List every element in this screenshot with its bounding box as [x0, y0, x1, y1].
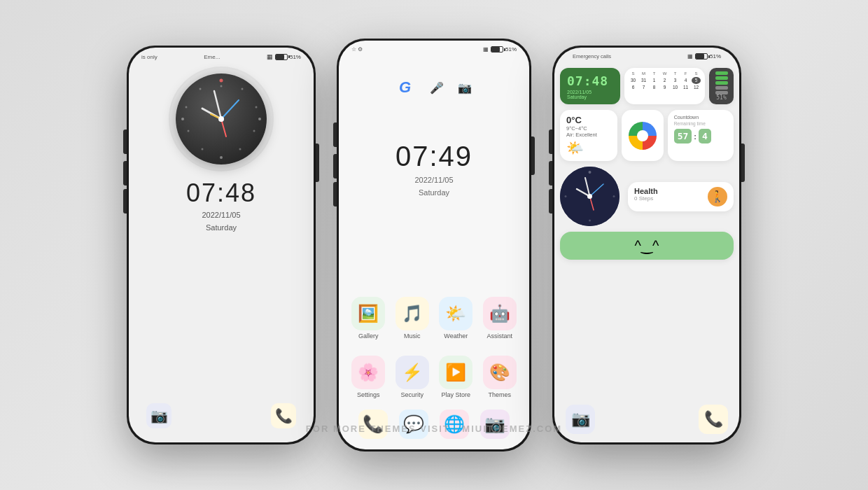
cal-4: 4 — [681, 77, 690, 84]
phone2-status-left: ☆ ⚙ — [351, 46, 363, 52]
battery-pct-ph2: 51% — [505, 46, 517, 52]
countdown-separator: : — [694, 132, 696, 141]
app-themes[interactable]: 🎨 Themes — [481, 356, 519, 398]
phone2-app-grid-row2: 🌸 Settings ⚡ Security ▶️ Play Store 🎨 Th… — [339, 345, 529, 404]
phone3-status-left: Emergency calls — [573, 53, 611, 59]
app-assistant[interactable]: 🤖 Assistant — [481, 297, 519, 340]
svg-point-10 — [188, 130, 190, 132]
countdown-hours: 4 — [699, 129, 711, 144]
svg-point-20 — [637, 130, 648, 141]
kaomoji-text: ^‿^ — [635, 237, 659, 254]
wdg-clock-day-val: Saturday — [567, 94, 613, 99]
app-security[interactable]: ⚡ Security — [393, 356, 432, 398]
svg-point-11 — [186, 106, 188, 108]
cal-day-t1: T — [650, 71, 659, 76]
cal-day-m: M — [639, 71, 648, 76]
countdown-label: Countdown — [674, 115, 727, 120]
camera-icon-ph3: ▦ — [687, 53, 693, 59]
cal-day-s1: S — [629, 71, 638, 76]
svg-point-0 — [220, 79, 223, 83]
phone1-date-text: 2022/11/05 Saturday — [202, 209, 240, 234]
mic-button[interactable]: 🎤 — [427, 78, 447, 97]
app-weather[interactable]: 🌤️ Weather — [437, 297, 475, 340]
weather-temp: 0°C — [566, 115, 611, 125]
phone1-phone-icon[interactable]: 📞 — [271, 403, 296, 428]
health-widget: Health 0 Steps 🚶 — [628, 182, 734, 211]
settings-icon[interactable]: 🌸 — [351, 356, 385, 389]
battery-pct-ph3: 51% — [710, 53, 721, 59]
google-logo[interactable]: G — [394, 76, 416, 99]
svg-point-24 — [589, 220, 591, 222]
gallery-icon[interactable]: 🖼️ — [351, 297, 385, 330]
phone1-clock-widget: 07:48 2022/11/05 Saturday — [129, 74, 314, 234]
weather-label: Weather — [444, 332, 468, 340]
assistant-icon[interactable]: 🤖 — [483, 297, 517, 330]
cal-7: 7 — [639, 84, 648, 91]
weather-icon[interactable]: 🌤️ — [439, 297, 472, 330]
wdg-clock-date-val: 2022/11/05 — [567, 90, 613, 94]
battery-widget: 51% — [709, 68, 734, 104]
cal-5-today: 5 — [692, 77, 701, 84]
svg-point-18 — [218, 116, 224, 122]
weather-air: Air: Excellent — [566, 132, 611, 138]
cal-day-f: F — [681, 71, 690, 76]
phone2-app-grid-row1: 🖼️ Gallery 🎵 Music 🌤️ Weather 🤖 Assistan… — [339, 286, 529, 345]
themes-label: Themes — [488, 391, 511, 398]
phone2-date-text: 2022/11/05 Saturday — [339, 174, 529, 199]
cal-31: 31 — [639, 77, 648, 84]
phone3-status-bar: Emergency calls ▦ 51% — [560, 48, 734, 62]
phone3-widget-grid: 07:48 2022/11/05 Saturday S M — [560, 68, 734, 260]
themes-icon[interactable]: 🎨 — [483, 356, 517, 389]
analog-clock-large-widget — [560, 167, 620, 226]
phone1-analog-clock — [176, 74, 267, 164]
phone1-status-emergency: Eme... — [204, 54, 220, 60]
phone2-status-bar: ☆ ⚙ ▦ 51% — [339, 41, 529, 55]
svg-point-30 — [587, 194, 592, 199]
svg-point-23 — [613, 195, 615, 197]
ph3-phone-app[interactable]: 📞 — [699, 405, 728, 434]
phone1-camera-icon[interactable]: 📷 — [146, 403, 172, 428]
health-title: Health — [634, 187, 658, 195]
phone2-clock: 07:49 2022/11/05 Saturday — [339, 141, 529, 199]
assistant-label: Assistant — [486, 332, 512, 340]
svg-line-15 — [221, 100, 239, 119]
kaomoji-widget: ^‿^ — [560, 232, 734, 260]
music-icon[interactable]: 🎵 — [396, 297, 429, 330]
phone2-status-right: ▦ 51% — [483, 46, 517, 52]
cal-6: 6 — [629, 84, 638, 91]
playstore-icon[interactable]: ▶️ — [439, 356, 472, 389]
phone2-date: 2022/11/05 — [339, 174, 529, 187]
health-text: Health 0 Steps — [634, 187, 658, 202]
battery-segments — [715, 71, 728, 94]
app-playstore[interactable]: ▶️ Play Store — [437, 356, 475, 398]
app-gallery[interactable]: 🖼️ Gallery — [349, 297, 388, 340]
bat-seg-3 — [715, 81, 728, 85]
phone3-bottom-dock: 📷 📞 — [560, 401, 734, 442]
ph3-camera-app[interactable]: 📷 — [566, 405, 595, 434]
svg-point-6 — [255, 106, 258, 108]
widget-row-3: Health 0 Steps 🚶 — [560, 167, 734, 226]
app-settings[interactable]: 🌸 Settings — [349, 356, 388, 398]
calendar-row-1: 30 31 1 2 3 4 5 — [629, 77, 701, 84]
bat-seg-4 — [715, 76, 728, 80]
cal-9: 9 — [660, 84, 669, 91]
svg-point-7 — [253, 130, 255, 132]
app-music[interactable]: 🎵 Music — [393, 297, 432, 340]
phone-1: is only Eme... ▦ 51% — [127, 46, 316, 444]
phone2-time-text: 07:49 — [339, 141, 529, 172]
cal-day-t2: T — [671, 71, 680, 76]
calendar-widget: S M T W T F S 30 31 1 — [624, 68, 705, 104]
svg-point-25 — [565, 195, 567, 197]
music-label: Music — [404, 332, 421, 340]
phone1-digital-time: 07:48 — [186, 178, 256, 208]
security-icon[interactable]: ⚡ — [396, 356, 429, 389]
search-icons: 🎤 📷 — [427, 76, 475, 99]
phone1-dock: 📷 📞 — [129, 393, 314, 442]
health-steps: 0 Steps — [634, 195, 658, 202]
widget-row-2: 0°C 9°C~4°C Air: Excellent 🌤️ — [560, 110, 734, 161]
svg-point-5 — [241, 88, 244, 90]
phone-3-screen: Emergency calls ▦ 51% 07:48 — [554, 48, 739, 442]
svg-point-3 — [181, 118, 184, 120]
clock-digital-widget: 07:48 2022/11/05 Saturday — [560, 68, 620, 104]
camera-search-button[interactable]: 📷 — [455, 78, 475, 97]
